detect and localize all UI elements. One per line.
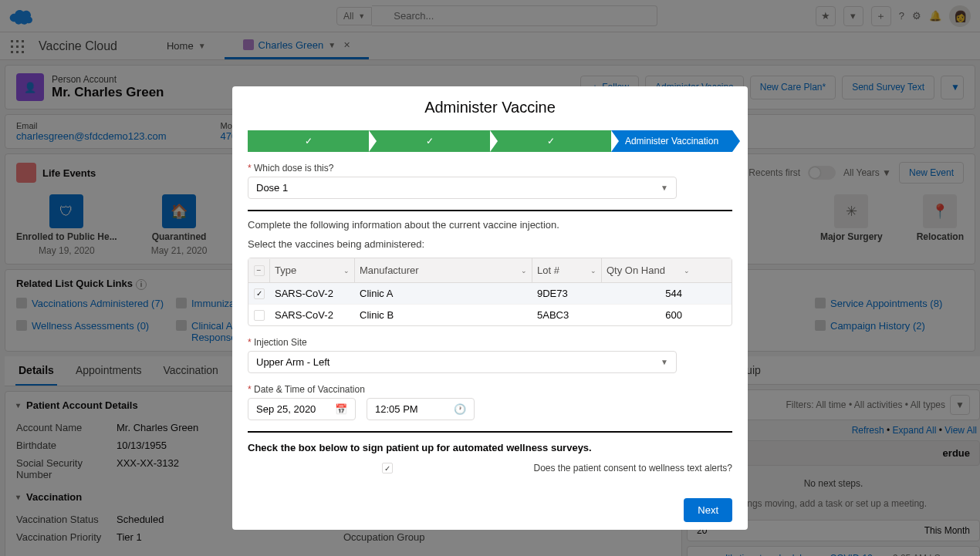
consent-row[interactable]: ✓Does the patient consent to wellness te… [248,463,732,473]
path-step-complete[interactable]: ✓ [369,130,490,152]
consent-checkbox[interactable]: ✓ [382,463,393,473]
vaccine-table: Type⌄ Manufacturer⌄ Lot #⌄ Qty On Hand⌄ … [248,258,732,326]
col-manufacturer[interactable]: Manufacturer⌄ [355,258,532,282]
next-button[interactable]: Next [684,498,732,522]
close-icon[interactable]: ✕ [738,86,748,91]
datetime-label: Date & Time of Vaccination [248,384,732,395]
clock-icon: 🕐 [454,403,466,415]
progress-path: ✓ ✓ ✓ Administer Vaccination [248,130,732,152]
table-row[interactable]: ✓ SARS-CoV-2 Clinic A 9DE73 544 [248,283,732,305]
path-step-complete[interactable]: ✓ [490,130,611,152]
col-type[interactable]: Type⌄ [270,258,355,282]
time-input[interactable]: 12:05 PM🕐 [367,398,475,420]
table-row[interactable]: SARS-CoV-2 Clinic B 5ABC3 600 [248,305,732,325]
modal-title: Administer Vaccine [232,86,748,130]
path-step-current[interactable]: Administer Vaccination [611,130,732,152]
col-qty[interactable]: Qty On Hand⌄ [602,258,694,282]
select-all-checkbox[interactable] [254,265,265,276]
path-step-complete[interactable]: ✓ [248,130,369,152]
injection-site-label: Injection Site [248,337,732,348]
calendar-icon: 📅 [335,403,347,415]
row-checkbox[interactable]: ✓ [254,288,265,299]
injection-site-select[interactable]: Upper Arm - Left▼ [248,351,677,373]
modal-backdrop: ✕ Administer Vaccine ✓ ✓ ✓ Administer Va… [0,0,980,556]
chevron-down-icon: ▼ [661,184,668,192]
dose-question-label: Which dose is this? [248,163,732,174]
chevron-down-icon: ▼ [661,358,668,366]
date-input[interactable]: Sep 25, 2020📅 [248,398,356,420]
row-checkbox[interactable] [254,310,265,321]
dose-select[interactable]: Dose 1▼ [248,177,677,199]
col-lot[interactable]: Lot #⌄ [532,258,602,282]
administer-vaccine-modal: ✕ Administer Vaccine ✓ ✓ ✓ Administer Va… [232,86,748,530]
